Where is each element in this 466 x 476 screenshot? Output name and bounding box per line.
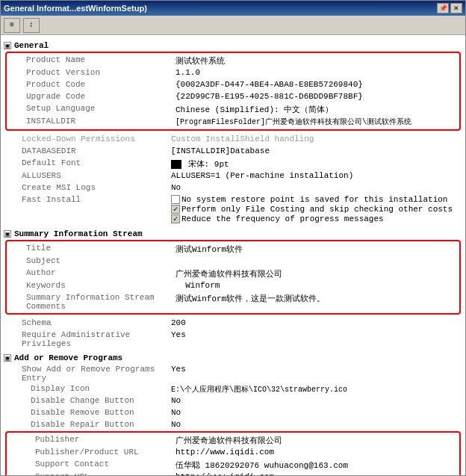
main-window: General Informat...estWinformSetup) 📌 ✕ … (0, 0, 466, 476)
prop-schema: Schema 200 (4, 318, 462, 330)
toolbar: ≡ ↕ (1, 16, 465, 35)
collapse-summary-icon[interactable]: ▣ (4, 230, 11, 238)
summary-highlight-box: Title 测试Winform软件 Subject Author 广州爱奇迪软件… (5, 240, 461, 315)
checkbox-2[interactable]: ✓ (171, 205, 180, 214)
prop-comments: Summary Information Stream Comments 测试Wi… (8, 292, 458, 312)
close-button[interactable]: ✕ (450, 3, 462, 13)
font-color-block (171, 160, 181, 169)
prop-locked-down: Locked-Down Permissions Custom InstallSh… (4, 134, 462, 146)
prop-product-name: Product Name 测试软件系统 (8, 55, 458, 67)
prop-title: Title 测试Winform软件 (8, 243, 458, 256)
addremove-highlight-box: Publisher 广州爱奇迪软件科技有限公司 Publisher/Produc… (5, 431, 461, 475)
checkbox-3[interactable]: ✓ (171, 214, 180, 223)
pin-button[interactable]: 📌 (437, 3, 449, 13)
prop-author: Author 广州爱奇迪软件科技有限公司 (8, 268, 458, 280)
collapse-addremove-icon[interactable]: ▣ (4, 354, 11, 362)
checkbox-1[interactable] (171, 195, 180, 204)
prop-allusers: ALLUSERS ALLUSERS=1 (Per-machine install… (4, 170, 462, 182)
fast-install-check-3: ✓ Reduce the frequency of progress messa… (171, 214, 459, 223)
prop-publisher-url: Publisher/Product URL http://www.iqidi.c… (8, 447, 458, 459)
window-title: General Informat...estWinformSetup) (4, 4, 147, 13)
prop-show-entry: Show Add or Remove Programs Entry Yes (4, 364, 462, 383)
prop-setup-language: Setup Language Chinese (Simplified): 中文（… (8, 103, 458, 116)
prop-require-admin: Require Administrative Privileges Yes (4, 330, 462, 349)
toolbar-btn-1[interactable]: ≡ (4, 18, 20, 33)
prop-disable-repair: Disable Repair Button No (4, 419, 462, 431)
fast-install-check-1: No system restore point is saved for thi… (171, 195, 459, 204)
general-highlight-box: Product Name 测试软件系统 Product Version 1.1.… (5, 52, 461, 131)
prop-support-url: Support URL http://www.iqidi.com (8, 472, 458, 475)
prop-keywords: Keywords Winform (8, 280, 458, 292)
toolbar-btn-2[interactable]: ↕ (23, 18, 40, 33)
prop-disable-remove: Disable Remove Button No (4, 407, 462, 419)
prop-subject: Subject (8, 256, 458, 268)
section-summary-header: ▣ Summary Information Stream (4, 229, 462, 238)
prop-databasedir: DATABASEDIR [INSTALLDIR]Database (4, 146, 462, 158)
section-general-label: General (14, 41, 49, 50)
prop-create-msi-logs: Create MSI Logs No (4, 182, 462, 194)
content-area: ▣ General Product Name 测试软件系统 Product Ve… (1, 35, 465, 475)
title-bar: General Informat...estWinformSetup) 📌 ✕ (1, 1, 465, 16)
prop-default-font: Default Font 宋体: 9pt (4, 158, 462, 170)
section-summary-label: Summary Information Stream (14, 229, 143, 238)
prop-installdir: INSTALLDIR [ProgramFilesFolder]广州爱奇迪软件科技… (8, 116, 458, 128)
prop-support-contact: Support Contact 伍华聪 18620292076 wuhuacon… (8, 459, 458, 472)
prop-product-version: Product Version 1.1.0 (8, 67, 458, 79)
fast-install-check-2: ✓ Perform only File Costing and skip che… (171, 205, 459, 214)
prop-product-code: Product Code {0002A3DF-D447-4BE4-ABA8-E8… (8, 79, 458, 91)
title-bar-buttons: 📌 ✕ (437, 3, 462, 13)
prop-fast-install: Fast Install No system restore point is … (4, 194, 462, 225)
collapse-general-icon[interactable]: ▣ (4, 42, 11, 49)
prop-publisher: Publisher 广州爱奇迪软件科技有限公司 (8, 434, 458, 447)
section-addremove-header: ▣ Add or Remove Programs (4, 353, 462, 362)
prop-upgrade-code: Upgrade Code {22D99C7B-E195-4025-881C-D6… (8, 91, 458, 103)
prop-display-icon: Display Icon E:\个人应用程序\图标\ICO\32\strawbe… (4, 383, 462, 395)
section-addremove-label: Add or Remove Programs (14, 353, 122, 362)
section-general-header: ▣ General (4, 41, 462, 50)
prop-disable-change: Disable Change Button No (4, 395, 462, 407)
